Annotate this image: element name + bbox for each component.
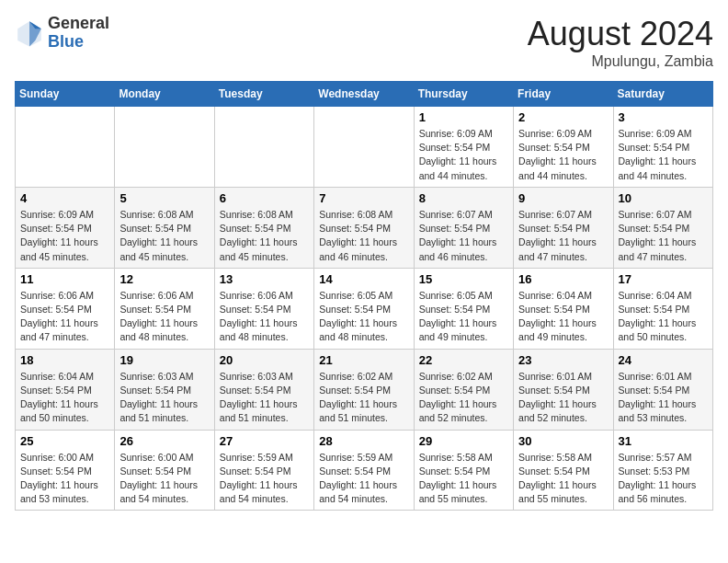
calendar-cell: 4Sunrise: 6:09 AM Sunset: 5:54 PM Daylig… [16,187,115,268]
month-year: August 2024 [528,15,713,53]
calendar-cell: 16Sunrise: 6:04 AM Sunset: 5:54 PM Dayli… [514,268,613,349]
calendar-cell: 28Sunrise: 5:59 AM Sunset: 5:54 PM Dayli… [314,430,414,511]
calendar-cell: 8Sunrise: 6:07 AM Sunset: 5:54 PM Daylig… [414,187,513,268]
calendar-cell: 5Sunrise: 6:08 AM Sunset: 5:54 PM Daylig… [115,187,214,268]
day-info: Sunrise: 6:02 AM Sunset: 5:54 PM Dayligh… [419,370,508,426]
calendar-week-4: 18Sunrise: 6:04 AM Sunset: 5:54 PM Dayli… [16,349,713,430]
calendar-cell: 27Sunrise: 5:59 AM Sunset: 5:54 PM Dayli… [214,430,313,511]
location: Mpulungu, Zambia [528,53,713,70]
calendar-cell: 10Sunrise: 6:07 AM Sunset: 5:54 PM Dayli… [613,187,712,268]
calendar-cell: 18Sunrise: 6:04 AM Sunset: 5:54 PM Dayli… [16,349,115,430]
day-info: Sunrise: 6:02 AM Sunset: 5:54 PM Dayligh… [319,370,408,426]
day-number: 31 [619,434,708,448]
calendar-cell: 17Sunrise: 6:04 AM Sunset: 5:54 PM Dayli… [613,268,712,349]
logo-blue-text: Blue [48,32,84,51]
day-info: Sunrise: 6:03 AM Sunset: 5:54 PM Dayligh… [220,370,309,426]
day-number: 25 [20,434,109,448]
weekday-thursday: Thursday [414,82,513,107]
calendar-cell: 26Sunrise: 6:00 AM Sunset: 5:54 PM Dayli… [115,430,214,511]
day-info: Sunrise: 6:07 AM Sunset: 5:54 PM Dayligh… [419,208,508,264]
title-block: August 2024 Mpulungu, Zambia [528,15,713,70]
calendar-cell: 31Sunrise: 5:57 AM Sunset: 5:53 PM Dayli… [613,430,712,511]
day-number: 22 [419,353,508,367]
calendar-week-5: 25Sunrise: 6:00 AM Sunset: 5:54 PM Dayli… [16,430,713,511]
day-info: Sunrise: 6:05 AM Sunset: 5:54 PM Dayligh… [419,289,508,345]
calendar-cell: 9Sunrise: 6:07 AM Sunset: 5:54 PM Daylig… [514,187,613,268]
day-number: 23 [518,353,608,367]
day-number: 15 [419,272,508,286]
day-number: 6 [220,191,309,205]
weekday-header-row: SundayMondayTuesdayWednesdayThursdayFrid… [16,82,713,107]
day-number: 18 [20,353,109,367]
logo-icon [15,18,44,48]
day-info: Sunrise: 6:09 AM Sunset: 5:54 PM Dayligh… [20,208,109,264]
day-number: 29 [419,434,508,448]
day-number: 14 [319,272,408,286]
calendar-cell [314,107,414,188]
calendar-cell: 19Sunrise: 6:03 AM Sunset: 5:54 PM Dayli… [115,349,214,430]
weekday-tuesday: Tuesday [214,82,313,107]
page-header: General Blue August 2024 Mpulungu, Zambi… [15,15,713,70]
day-info: Sunrise: 6:08 AM Sunset: 5:54 PM Dayligh… [119,208,209,264]
calendar-cell: 3Sunrise: 6:09 AM Sunset: 5:54 PM Daylig… [613,107,712,188]
logo: General Blue [15,15,109,52]
weekday-monday: Monday [115,82,214,107]
day-number: 30 [518,434,608,448]
day-info: Sunrise: 6:06 AM Sunset: 5:54 PM Dayligh… [119,289,209,345]
calendar-cell: 14Sunrise: 6:05 AM Sunset: 5:54 PM Dayli… [314,268,414,349]
day-info: Sunrise: 6:05 AM Sunset: 5:54 PM Dayligh… [319,289,408,345]
calendar-cell: 2Sunrise: 6:09 AM Sunset: 5:54 PM Daylig… [514,107,613,188]
day-number: 12 [119,272,209,286]
day-info: Sunrise: 5:58 AM Sunset: 5:54 PM Dayligh… [518,451,608,507]
day-number: 2 [518,110,608,124]
calendar-cell: 30Sunrise: 5:58 AM Sunset: 5:54 PM Dayli… [514,430,613,511]
day-number: 20 [220,353,309,367]
day-number: 13 [220,272,309,286]
day-number: 4 [20,191,109,205]
day-number: 28 [319,434,408,448]
weekday-sunday: Sunday [16,82,115,107]
day-info: Sunrise: 6:00 AM Sunset: 5:54 PM Dayligh… [20,451,109,507]
day-info: Sunrise: 6:01 AM Sunset: 5:54 PM Dayligh… [619,370,708,426]
day-info: Sunrise: 6:04 AM Sunset: 5:54 PM Dayligh… [619,289,708,345]
day-number: 10 [619,191,708,205]
calendar-week-1: 1Sunrise: 6:09 AM Sunset: 5:54 PM Daylig… [16,107,713,188]
calendar-cell: 23Sunrise: 6:01 AM Sunset: 5:54 PM Dayli… [514,349,613,430]
calendar-cell [214,107,313,188]
day-number: 17 [619,272,708,286]
calendar-body: 1Sunrise: 6:09 AM Sunset: 5:54 PM Daylig… [16,107,713,511]
day-info: Sunrise: 6:08 AM Sunset: 5:54 PM Dayligh… [220,208,309,264]
calendar-week-3: 11Sunrise: 6:06 AM Sunset: 5:54 PM Dayli… [16,268,713,349]
day-number: 7 [319,191,408,205]
day-info: Sunrise: 6:03 AM Sunset: 5:54 PM Dayligh… [119,370,209,426]
day-info: Sunrise: 6:06 AM Sunset: 5:54 PM Dayligh… [220,289,309,345]
calendar-cell: 13Sunrise: 6:06 AM Sunset: 5:54 PM Dayli… [214,268,313,349]
weekday-friday: Friday [514,82,613,107]
day-info: Sunrise: 5:57 AM Sunset: 5:53 PM Dayligh… [619,451,708,507]
calendar-cell: 15Sunrise: 6:05 AM Sunset: 5:54 PM Dayli… [414,268,513,349]
day-info: Sunrise: 6:04 AM Sunset: 5:54 PM Dayligh… [20,370,109,426]
day-number: 3 [619,110,708,124]
calendar-cell: 11Sunrise: 6:06 AM Sunset: 5:54 PM Dayli… [16,268,115,349]
day-number: 5 [119,191,209,205]
day-number: 24 [619,353,708,367]
day-info: Sunrise: 6:09 AM Sunset: 5:54 PM Dayligh… [419,127,508,183]
calendar-cell: 21Sunrise: 6:02 AM Sunset: 5:54 PM Dayli… [314,349,414,430]
calendar-week-2: 4Sunrise: 6:09 AM Sunset: 5:54 PM Daylig… [16,187,713,268]
day-number: 27 [220,434,309,448]
day-number: 8 [419,191,508,205]
day-number: 9 [518,191,608,205]
day-info: Sunrise: 6:08 AM Sunset: 5:54 PM Dayligh… [319,208,408,264]
day-number: 21 [319,353,408,367]
day-info: Sunrise: 6:01 AM Sunset: 5:54 PM Dayligh… [518,370,608,426]
day-info: Sunrise: 5:58 AM Sunset: 5:54 PM Dayligh… [419,451,508,507]
day-info: Sunrise: 6:09 AM Sunset: 5:54 PM Dayligh… [518,127,608,183]
calendar-cell: 24Sunrise: 6:01 AM Sunset: 5:54 PM Dayli… [613,349,712,430]
day-info: Sunrise: 6:07 AM Sunset: 5:54 PM Dayligh… [619,208,708,264]
day-number: 1 [419,110,508,124]
calendar-cell: 20Sunrise: 6:03 AM Sunset: 5:54 PM Dayli… [214,349,313,430]
weekday-wednesday: Wednesday [314,82,414,107]
day-info: Sunrise: 5:59 AM Sunset: 5:54 PM Dayligh… [319,451,408,507]
day-info: Sunrise: 6:00 AM Sunset: 5:54 PM Dayligh… [119,451,209,507]
day-info: Sunrise: 6:06 AM Sunset: 5:54 PM Dayligh… [20,289,109,345]
